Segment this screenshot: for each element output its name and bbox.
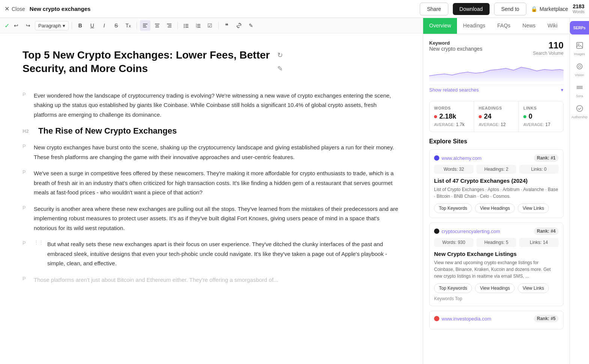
- paragraph-text[interactable]: New crypto exchanges have burst onto the…: [34, 143, 400, 162]
- paragraph-text[interactable]: Ever wondered how the landscape of crypt…: [34, 91, 400, 120]
- format-clear-button[interactable]: Tx: [123, 20, 134, 31]
- site-rank-2: Rank: #4: [534, 227, 559, 235]
- tab-overview[interactable]: Overview: [423, 18, 457, 34]
- view-headings-btn-2[interactable]: View Headings: [475, 283, 515, 293]
- images-icon-button[interactable]: Images: [571, 39, 588, 59]
- far-right-sidebar: SERPs Images Vision: [569, 18, 589, 364]
- paragraph-text[interactable]: Security is another area where these new…: [34, 204, 400, 233]
- keyword-row: Keyword New crypto exchanges 110 Search …: [429, 40, 563, 56]
- images-icon: [576, 42, 583, 51]
- quote-button[interactable]: ❝: [222, 20, 232, 31]
- site-card-3: www.investopedia.com Rank: #5: [429, 311, 563, 329]
- images-label: Images: [574, 52, 585, 56]
- paragraph-text[interactable]: But what really sets these new exchanges…: [47, 239, 400, 268]
- view-links-btn-2[interactable]: View Links: [518, 283, 549, 293]
- svg-rect-21: [577, 42, 583, 48]
- edit-button[interactable]: ✎: [246, 20, 256, 31]
- undo-button[interactable]: ↩: [11, 20, 21, 31]
- right-panel: Overview Headings FAQs News Wiki Keyword…: [423, 18, 569, 364]
- underline-button[interactable]: U: [87, 20, 98, 31]
- sora-label: Sora: [576, 94, 583, 98]
- words-dot: [434, 115, 437, 118]
- paragraph-block: P We've seen a surge in competitive fees…: [23, 168, 400, 197]
- paragraph-style-select[interactable]: Paragraph ▾: [35, 21, 69, 30]
- document-title: New crypto exchanges: [30, 6, 415, 12]
- site-words-2: Words: 930: [434, 238, 473, 247]
- svg-point-11: [184, 26, 185, 26]
- paragraph-block: P ⋮⋮ But what really sets these new exch…: [23, 239, 400, 268]
- strikethrough-button[interactable]: S: [111, 20, 122, 31]
- site-card-1: www.alchemy.com Rank: #1 Words: 32 Headi…: [429, 149, 563, 218]
- tab-faqs[interactable]: FAQs: [491, 18, 517, 34]
- svg-point-23: [577, 64, 582, 69]
- site-header-2: cryptocurrencyalerting.com Rank: #4: [434, 227, 559, 235]
- h2-row: H2 The Rise of New Crypto Exchanges: [23, 126, 400, 136]
- paragraph-block: P Security is another area where these n…: [23, 204, 400, 233]
- align-left-button[interactable]: [140, 20, 150, 31]
- site-headings-2: Headings: 5: [476, 238, 516, 247]
- keyword-name: New crypto exchanges: [429, 46, 482, 52]
- top-keywords-btn-1[interactable]: Top Keywords: [434, 203, 472, 213]
- site-words-1: Words: 32: [434, 165, 473, 174]
- paragraph-text[interactable]: We've seen a surge in competitive fees o…: [34, 168, 400, 197]
- toolbar-divider-1: [72, 22, 72, 29]
- lock-icon: 🔒: [531, 6, 537, 12]
- paragraph-text[interactable]: Those platforms aren't just about Bitcoi…: [34, 275, 400, 285]
- align-center-button[interactable]: [152, 20, 162, 31]
- download-button[interactable]: Download: [453, 3, 490, 15]
- view-headings-btn-1[interactable]: View Headings: [475, 203, 515, 213]
- close-icon: ✕: [5, 5, 9, 12]
- edit-title-button[interactable]: ✎: [275, 63, 285, 74]
- top-keywords-btn-2[interactable]: Top Keywords: [434, 283, 472, 293]
- site-url-2[interactable]: cryptocurrencyalerting.com: [434, 229, 500, 234]
- editor-content[interactable]: Top 5 New Crypto Exchanges: Lower Fees, …: [0, 33, 423, 364]
- site-header-1: www.alchemy.com Rank: #1: [434, 154, 559, 162]
- site-page-desc-2: View new and upcoming crypto exchange li…: [434, 259, 559, 280]
- editor-panel: ✓ ↩ ↪ Paragraph ▾ B U I S Tx: [0, 18, 423, 364]
- refresh-title-button[interactable]: ↻: [275, 50, 285, 60]
- bold-button[interactable]: B: [75, 20, 86, 31]
- drag-handle[interactable]: ⋮⋮: [34, 239, 44, 268]
- site-favicon-1: [434, 155, 439, 161]
- vision-icon-button[interactable]: Vision: [571, 60, 588, 80]
- search-volume-chart: [429, 59, 563, 81]
- tab-headings[interactable]: Headings: [457, 18, 491, 34]
- authorship-icon-button[interactable]: Authorship: [571, 102, 588, 122]
- word-count: 2183 Words: [572, 3, 584, 15]
- view-links-btn-1[interactable]: View Links: [518, 203, 549, 213]
- checklist-button[interactable]: ☑: [205, 20, 215, 31]
- authorship-icon: [576, 105, 583, 114]
- close-button[interactable]: ✕ Close: [5, 5, 25, 12]
- marketplace-button[interactable]: 🔒 Marketplace: [531, 6, 568, 12]
- topbar: ✕ Close New crypto exchanges Share Downl…: [0, 0, 589, 18]
- vision-icon: [576, 63, 583, 72]
- explore-sites-title: Explore Sites: [429, 138, 563, 145]
- keyword-volume: 110 Search Volume: [533, 40, 563, 56]
- paragraph-label: P: [23, 143, 30, 162]
- formatting-toolbar: ✓ ↩ ↪ Paragraph ▾ B U I S Tx: [0, 18, 423, 33]
- italic-button[interactable]: I: [99, 20, 110, 31]
- site-url-1[interactable]: www.alchemy.com: [434, 155, 482, 161]
- main-layout: ✓ ↩ ↪ Paragraph ▾ B U I S Tx: [0, 18, 589, 364]
- svg-point-22: [578, 44, 579, 45]
- site-stats-row-2: Words: 930 Headings: 5 Links: 14: [434, 238, 559, 247]
- site-favicon-2: [434, 229, 439, 234]
- tab-wiki[interactable]: Wiki: [542, 18, 563, 34]
- words-value: 2.18k: [439, 113, 456, 120]
- show-related-button[interactable]: Show related searches ▾: [429, 84, 563, 95]
- numbered-list-button[interactable]: 1.2.3.: [193, 20, 203, 31]
- paragraph-label: P: [23, 205, 30, 233]
- authorship-label: Authorship: [571, 115, 587, 119]
- send-to-button[interactable]: Send to: [494, 3, 526, 15]
- share-button[interactable]: Share: [420, 3, 448, 15]
- site-url-3[interactable]: www.investopedia.com: [434, 316, 491, 322]
- h2-label: H2: [23, 128, 34, 134]
- bullet-list-button[interactable]: [181, 20, 191, 31]
- keyword-section: Keyword New crypto exchanges 110 Search …: [429, 40, 563, 95]
- sora-icon-button[interactable]: Sora: [571, 81, 588, 101]
- align-right-button[interactable]: [164, 20, 174, 31]
- serps-tab[interactable]: SERPs: [570, 21, 589, 35]
- tab-news[interactable]: News: [517, 18, 542, 34]
- redo-button[interactable]: ↪: [23, 20, 33, 31]
- link-button[interactable]: [234, 20, 244, 31]
